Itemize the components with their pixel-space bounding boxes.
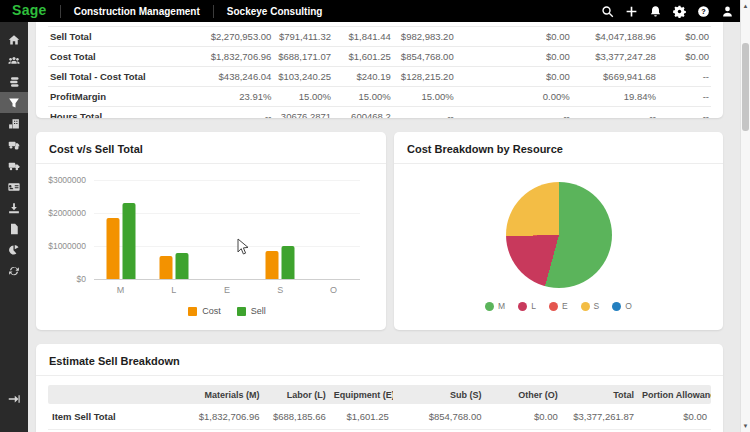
scroll-up-icon[interactable]: ▲ — [741, 1, 750, 11]
cell-value: -- — [572, 107, 658, 119]
row-label: ProfitMargin — [48, 87, 187, 107]
legend-item-cost[interactable]: Cost — [188, 306, 221, 316]
top-bar: Sage Construction Management Sockeye Con… — [0, 0, 750, 22]
menu-item-sockeye-consulting[interactable]: Sockeye Consulting — [214, 6, 336, 17]
legend-item-sell[interactable]: Sell — [237, 306, 266, 316]
bar-sell-L[interactable] — [175, 253, 188, 279]
cell-value: 15.00% — [393, 87, 456, 107]
pie-graphic — [506, 182, 612, 288]
sidebar-item-contacts-card[interactable] — [0, 176, 28, 197]
sidebar-items — [0, 29, 28, 281]
y-axis-tick: $3000000 — [48, 175, 86, 185]
bar-sell-M[interactable] — [122, 203, 135, 279]
svg-text:?: ? — [701, 7, 706, 16]
cell-value: $1,832,706.96 — [174, 404, 264, 430]
cell-value: $669,941.68 — [572, 67, 658, 87]
sidebar-item-equipment[interactable] — [0, 134, 28, 155]
summary-table-row: Sell Total - Cost Total$438,246.04$103,2… — [48, 67, 711, 87]
cell-value: $2,270,953.00 — [187, 27, 273, 47]
help-icon[interactable]: ? — [697, 5, 710, 18]
cell-value: 23.91% — [187, 87, 273, 107]
scroll-down-icon[interactable]: ▼ — [741, 421, 750, 431]
summary-table-row: Hours Total--30676.2871600468.2-------- — [48, 107, 711, 119]
cell-value: 600468.2 — [333, 107, 393, 119]
bar-group-M — [106, 203, 135, 279]
pie-legend-dot — [581, 302, 590, 311]
sidebar-item-projects-building[interactable] — [0, 113, 28, 134]
cell-value: $0.00 — [456, 67, 572, 87]
menu-item-construction-management[interactable]: Construction Management — [61, 6, 213, 17]
pie-chart-title: Cost Breakdown by Resource — [394, 132, 723, 164]
row-label: Item Sell Total — [48, 404, 174, 430]
cell-value: -- — [456, 107, 572, 119]
cell-value: $1,841.44 — [333, 27, 393, 47]
bar-group-L — [159, 253, 188, 279]
documents-icon — [8, 223, 20, 235]
cell-value: $1,832,706.96 — [187, 47, 273, 67]
gear-icon[interactable] — [673, 5, 686, 18]
pie-legend-item-o[interactable]: O — [612, 301, 632, 311]
delivery-truck-icon — [8, 160, 20, 172]
estimate-column-header: Equipment (E) — [330, 385, 393, 404]
cell-value: $3,377,261.87 — [562, 404, 638, 430]
bar-cost-S[interactable] — [266, 251, 279, 279]
y-axis-tick: $0 — [77, 274, 86, 284]
pie-legend-item-s[interactable]: S — [581, 301, 600, 311]
cell-value: $688,185.66 — [263, 404, 329, 430]
cell-value: 15.00% — [333, 87, 393, 107]
cell-value: $0.00 — [456, 47, 572, 67]
estimate-column-header: Labor (L) — [263, 385, 329, 404]
pie-legend-item-m[interactable]: M — [485, 301, 505, 311]
pie-legend-item-e[interactable]: E — [549, 301, 568, 311]
scrollbar-thumb[interactable] — [742, 43, 749, 131]
estimate-column-header: Sub (S) — [393, 385, 486, 404]
cell-value: 30676.2871 — [273, 107, 333, 119]
sync-refresh-icon — [8, 265, 20, 277]
cell-value: $3,377,247.28 — [572, 47, 658, 67]
bar-cost-L[interactable] — [159, 256, 172, 279]
gridline — [94, 180, 360, 181]
bar-cost-M[interactable] — [106, 218, 119, 279]
contacts-card-icon — [8, 181, 20, 193]
sidebar-item-filter-funnel[interactable] — [0, 92, 28, 113]
estimate-table-row: Item Sell Total$1,832,706.96$688,185.66$… — [48, 404, 711, 430]
collapse-arrow-icon[interactable] — [0, 390, 28, 408]
import-download-icon — [8, 202, 20, 214]
bell-icon[interactable] — [649, 5, 662, 18]
sage-logo: Sage — [0, 2, 60, 20]
summary-table-row: Cost Total$1,832,706.96$688,171.07$1,601… — [48, 47, 711, 67]
topbar-actions: ? — [601, 5, 750, 18]
sidebar-item-estimates-stack[interactable] — [0, 71, 28, 92]
sidebar-item-reports-pie[interactable] — [0, 239, 28, 260]
cell-value: 19.84% — [572, 87, 658, 107]
plus-icon[interactable] — [625, 5, 638, 18]
x-axis-label: L — [147, 285, 200, 295]
user-icon[interactable] — [721, 5, 734, 18]
cell-value: $791,411.32 — [273, 27, 333, 47]
sidebar-item-home[interactable] — [0, 29, 28, 50]
cell-value: $982,983.20 — [393, 27, 456, 47]
cell-value: $854,768.00 — [393, 404, 486, 430]
estimate-column-header: Materials (M) — [174, 385, 264, 404]
cell-value: $128,215.20 — [393, 67, 456, 87]
sidebar-item-documents[interactable] — [0, 218, 28, 239]
estimates-stack-icon — [8, 76, 20, 88]
bar-sell-S[interactable] — [282, 246, 295, 279]
sidebar-item-sync-refresh[interactable] — [0, 260, 28, 281]
legend-label: Cost — [202, 306, 221, 316]
pie-legend-item-l[interactable]: L — [518, 301, 536, 311]
search-icon[interactable] — [601, 5, 614, 18]
x-axis-label: O — [307, 285, 360, 295]
vertical-scrollbar[interactable]: ▲ ▼ — [740, 0, 750, 432]
estimate-column-header — [48, 385, 174, 404]
estimate-breakdown-title: Estimate Sell Breakdown — [36, 344, 723, 376]
estimate-table: Materials (M)Labor (L)Equipment (E)Sub (… — [48, 385, 711, 430]
sidebar-item-team[interactable] — [0, 50, 28, 71]
sidebar-item-delivery-truck[interactable] — [0, 155, 28, 176]
x-axis-label: S — [254, 285, 307, 295]
pie-legend-dot — [518, 302, 527, 311]
pie-legend-label: M — [498, 301, 505, 311]
sidebar-item-import-download[interactable] — [0, 197, 28, 218]
row-label: Sell Total — [48, 27, 187, 47]
summary-table-card: Sell Total$2,270,953.00$791,411.32$1,841… — [36, 22, 723, 118]
